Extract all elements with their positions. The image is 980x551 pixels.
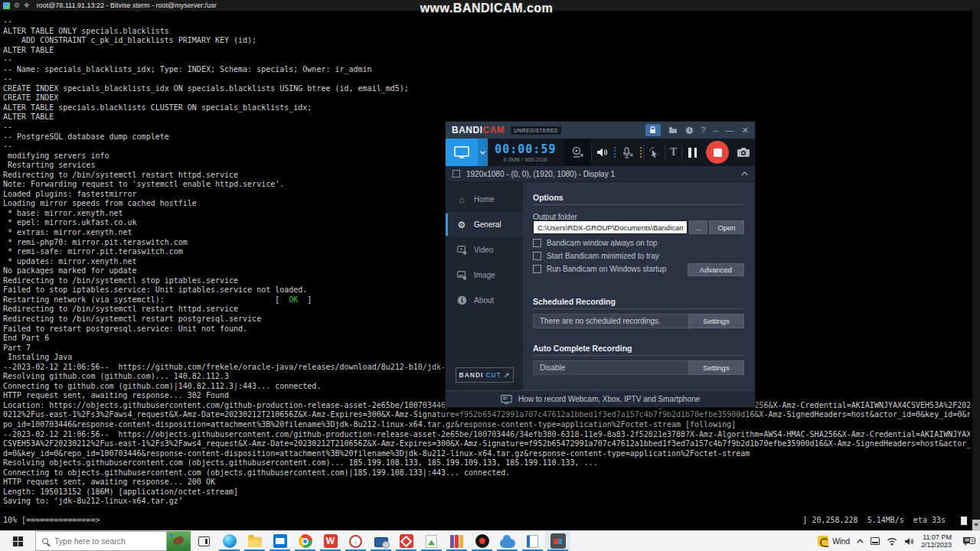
pause-button[interactable] (682, 139, 703, 166)
mail-icon[interactable] (267, 531, 292, 551)
start-button[interactable] (0, 531, 35, 551)
sidebar-item-video[interactable]: Video (446, 237, 523, 262)
bandicam-taskbar-icon[interactable] (545, 531, 570, 551)
screen-recorder-icon[interactable] (469, 531, 495, 551)
download-progress-line: 10% [===============> ] 20,258,228 5.14M… (3, 516, 970, 526)
wps-office-icon[interactable]: W (318, 531, 343, 551)
window-title: root@78.111.91.13:22 - Bitvise xterm - r… (37, 2, 217, 9)
clock-icon[interactable] (685, 126, 694, 135)
open-folder-icon[interactable] (668, 126, 678, 134)
unregistered-badge: UNREGISTERED (511, 126, 561, 135)
open-folder-button[interactable]: Open (709, 220, 744, 234)
howto-banner[interactable]: How to record Webcam, Xbox, IPTV and Sma… (446, 390, 755, 407)
microphone-toggle-button[interactable] (617, 139, 639, 166)
cloud-app-icon[interactable] (495, 531, 520, 551)
sidebar-item-home[interactable]: ⌂ Home (446, 187, 523, 212)
news-widget[interactable] (167, 531, 191, 551)
sidebar-item-general[interactable]: ⚙ General (446, 212, 523, 237)
task-view-button[interactable] (191, 531, 217, 551)
advanced-button[interactable]: Advanced (688, 263, 744, 276)
task-view-icon (198, 536, 210, 546)
timer-value: 00:00:59 (488, 144, 564, 155)
lock-icon[interactable] (645, 124, 661, 136)
recording-mode-dropdown[interactable] (478, 139, 488, 166)
help-icon[interactable]: ? (701, 126, 706, 135)
bandicam-window: BANDICAM UNREGISTERED ? – — ✕ (445, 121, 756, 408)
file-explorer-icon[interactable] (242, 531, 267, 551)
taskbar-search[interactable] (35, 531, 167, 551)
notes-app-icon[interactable] (520, 531, 545, 551)
settings-gear-icon[interactable]: ⚙ (14, 2, 20, 9)
terminal-line: 0212%2Fus-east-1%2Fs3%2Faws4_request&X-A… (3, 410, 970, 420)
terminal-line: -- Name: specials_blacklists_idx; Type: … (3, 65, 970, 75)
start-minimized-option[interactable]: Start Bandicam minimized to tray (533, 252, 659, 260)
checkbox-unchecked[interactable] (533, 239, 541, 247)
taskbar-apps: W (217, 531, 570, 551)
tray-app-icon (818, 536, 828, 546)
checkbox-unchecked[interactable] (533, 265, 541, 273)
checkbox-unchecked[interactable] (533, 252, 541, 260)
terminal-line: ADD CONSTRAINT c_pk_id_blacklists PRIMAR… (3, 36, 970, 46)
home-icon: ⌂ (456, 194, 467, 205)
tray-expand-chevron[interactable] (857, 539, 864, 543)
terminal-cursor (961, 517, 967, 525)
tray-app-label: Wind (832, 537, 850, 546)
terminal-line (3, 507, 970, 517)
winrar-icon[interactable] (444, 531, 469, 551)
browse-folder-button[interactable]: ... (689, 220, 707, 234)
capture-target-bar[interactable]: 1920x1080 - (0, 0), (1920, 1080) - Displ… (446, 166, 755, 182)
action-center-button[interactable]: 9 (959, 536, 977, 546)
new-window-icon[interactable]: ✚ (24, 2, 30, 9)
progress-left: 10% [===============> (3, 516, 100, 526)
tray-window-icon[interactable] (871, 537, 880, 545)
scheduled-settings-button[interactable]: Settings (688, 314, 744, 328)
terminal-line: ALTER TABLE ONLY specials.blacklists (3, 27, 970, 37)
collapse-chevron-icon[interactable] (741, 171, 748, 176)
tv-icon (501, 395, 512, 404)
bandicut-banner[interactable]: BANDICUT↗ (456, 367, 514, 383)
terminal-line: po_id=100703446&response-content-disposi… (3, 420, 970, 430)
search-input[interactable] (54, 536, 146, 546)
mouse-click-effect-button[interactable] (644, 139, 665, 166)
volume-icon[interactable] (904, 537, 914, 546)
auto-complete-settings-button[interactable]: Settings (688, 360, 744, 375)
webcam-toggle-button[interactable] (564, 139, 591, 166)
terminal-line: Length: 195013152 (186M) [application/oc… (3, 487, 970, 497)
terminal-line: Saving to: ‘jdk-8u212-linux-x64.tar.gz’ (3, 497, 970, 507)
windows-logo-icon (13, 536, 23, 546)
edge-icon[interactable] (217, 531, 242, 551)
speaker-volume-button[interactable] (592, 139, 612, 166)
scrollbar-down-button[interactable] (972, 520, 980, 530)
screen-recording-mode-button[interactable] (446, 139, 478, 166)
terminal-line: -- (3, 55, 970, 65)
screenshot-camera-button[interactable] (732, 139, 755, 166)
general-settings-panel: Options Output folder ... Open Bandicam … (523, 182, 755, 390)
close-icon[interactable]: ✕ (742, 126, 749, 135)
bitvise-app-icon[interactable] (3, 2, 10, 9)
stop-recording-button[interactable] (706, 141, 729, 164)
run-on-startup-option[interactable]: Run Bandicam on Windows startup (533, 265, 666, 273)
network-icon[interactable] (887, 537, 897, 546)
image-editor-icon[interactable] (419, 531, 444, 551)
football-icon (172, 535, 185, 546)
output-folder-input[interactable] (533, 220, 688, 234)
taskbar-clock[interactable]: 11:07 PM 2/12/2023 (921, 533, 952, 549)
search-icon (42, 538, 48, 544)
sidebar-item-image[interactable]: Image (446, 262, 523, 288)
remote-desktop-icon[interactable] (368, 531, 394, 551)
download-manager-icon[interactable] (343, 531, 368, 551)
always-on-top-option[interactable]: Bandicam window always on top (533, 239, 658, 247)
chrome-icon[interactable] (292, 531, 318, 551)
text-overlay-button[interactable]: T (665, 139, 681, 166)
terminal-line: --2023-02-12 21:06:56-- https://objects.… (3, 430, 970, 440)
speaker-level-meter (614, 147, 616, 158)
red-diamond-app-icon[interactable] (394, 531, 419, 551)
tray-app[interactable]: Wind (818, 536, 850, 546)
terminal-scrollbar[interactable] (972, 11, 980, 530)
terminal-line: HTTP request sent, awaiting response... … (3, 478, 970, 487)
minimize-icon[interactable]: — (726, 126, 734, 135)
sidebar-item-about[interactable]: About (446, 288, 523, 313)
bandicam-watermark: www.BANDICAM.com (412, 2, 561, 15)
scheduled-status: There are no scheduled recordings. (534, 317, 689, 325)
hide-icon[interactable]: – (714, 126, 718, 135)
